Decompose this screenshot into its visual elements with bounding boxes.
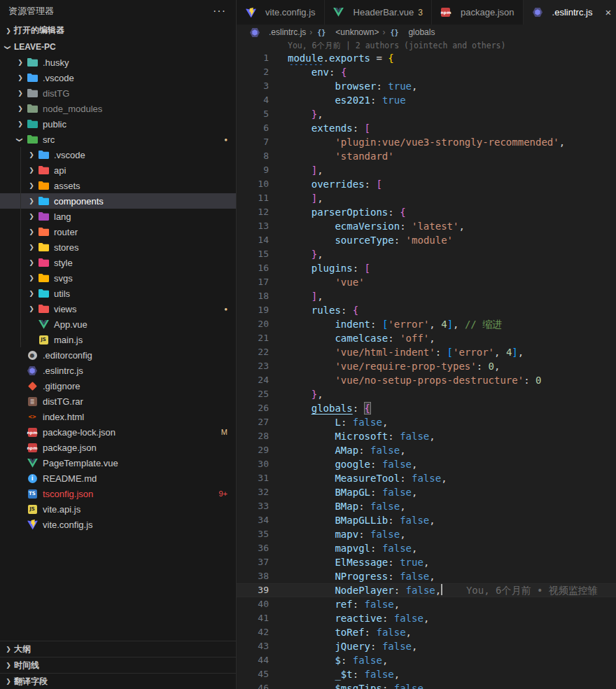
code-line[interactable]: 23 'vue/require-prop-types': 0, (237, 359, 616, 373)
code-line[interactable]: 45 _$t: false, (237, 667, 616, 681)
code-line[interactable]: 46 $msgTips: false, (237, 681, 616, 689)
breadcrumb-item-eslintrc-js[interactable]: .eslintrc.js (249, 27, 306, 38)
code-line[interactable]: 41 reactive: false, (237, 611, 616, 625)
tree-item-editorconfig[interactable]: ●.editorconfig (0, 347, 236, 363)
tab-headerbar-vue[interactable]: HeaderBar.vue3 (325, 0, 432, 25)
close-icon[interactable]: × (596, 6, 611, 18)
code-line[interactable]: 22 'vue/html-indent': ['error', 4], (237, 345, 616, 359)
tree-item-components[interactable]: ❯components (0, 193, 236, 209)
sidebar-panel-timeline[interactable]: ❯时间线 (0, 657, 236, 673)
tree-item-router[interactable]: ❯router (0, 224, 236, 239)
breadcrumb-item-unknown[interactable]: {}<unknown> (316, 27, 379, 38)
tree-item-lang[interactable]: ❯lang (0, 209, 236, 224)
tree-item-assets[interactable]: ❯assets (0, 178, 236, 193)
chevron-right-icon[interactable]: ❯ (14, 59, 27, 66)
tree-item-vite-api-js[interactable]: JSvite.api.js (0, 501, 236, 517)
chevron-right-icon[interactable]: ❯ (25, 274, 38, 281)
code-line[interactable]: 14 sourceType: 'module' (237, 233, 616, 247)
chevron-right-icon[interactable]: ❯ (25, 197, 38, 204)
chevron-down-icon[interactable]: ❯ (16, 134, 23, 146)
tree-item-tsconfig-json[interactable]: TStsconfig.json9+ (0, 486, 236, 501)
code-line[interactable]: 27 L: false, (237, 415, 616, 429)
code-line[interactable]: 32 BMapGL: false, (237, 485, 616, 499)
code-line[interactable]: 24 'vue/no-setup-props-destructure': 0 (237, 373, 616, 387)
code-line[interactable]: 26 globals: { (237, 401, 616, 415)
tree-item-vscode[interactable]: ❯.vscode (0, 70, 236, 85)
tab-vite-config-js[interactable]: vite.config.js (237, 0, 325, 25)
tree-item-index-html[interactable]: <>index.html (0, 409, 236, 424)
code-line[interactable]: 9 ], (237, 163, 616, 177)
chevron-right-icon[interactable]: ❯ (14, 105, 27, 112)
code-line[interactable]: 11 ], (237, 191, 616, 205)
code-line[interactable]: 29 AMap: false, (237, 443, 616, 457)
tree-item-package-json[interactable]: npmpackage.json (0, 440, 236, 455)
chevron-right-icon[interactable]: ❯ (3, 662, 14, 669)
tree-item-package-lock-json[interactable]: npmpackage-lock.jsonM (0, 424, 236, 440)
tree-item-node-modules[interactable]: ❯node_modules (0, 101, 236, 116)
code-line[interactable]: 10 overrides: [ (237, 177, 616, 191)
code-line[interactable]: 35 mapv: false, (237, 527, 616, 541)
chevron-right-icon[interactable]: ❯ (25, 151, 38, 158)
workspace-section[interactable]: ❯ LEAVE-PC (0, 39, 236, 55)
tree-item-src[interactable]: ❯src● (0, 132, 236, 147)
code-line[interactable]: 6 extends: [ (237, 121, 616, 135)
tree-item-app-vue[interactable]: App.vue (0, 316, 236, 332)
chevron-right-icon[interactable]: ❯ (25, 213, 38, 220)
tree-item-gitignore[interactable]: .gitignore (0, 378, 236, 394)
code-line[interactable]: 20 indent: ['error', 4], // 缩进 (237, 317, 616, 331)
code-line[interactable]: 17 'vue' (237, 275, 616, 289)
tree-item-views[interactable]: ❯views● (0, 301, 236, 316)
code-line[interactable]: 34 BMapGLLib: false, (237, 513, 616, 527)
chevron-right-icon[interactable]: ❯ (3, 646, 14, 653)
chevron-right-icon[interactable]: ❯ (25, 244, 38, 251)
tab-eslintrc-js[interactable]: .eslintrc.js× (524, 0, 616, 25)
code-line[interactable]: 2 env: { (237, 65, 616, 79)
tree-item-utils[interactable]: ❯utils (0, 286, 236, 301)
chevron-right-icon[interactable]: ❯ (14, 74, 27, 81)
tree-item-eslintrc-js[interactable]: .eslintrc.js (0, 363, 236, 378)
chevron-right-icon[interactable]: ❯ (25, 305, 38, 312)
code-line[interactable]: 5 }, (237, 107, 616, 121)
more-actions-icon[interactable]: ··· (213, 8, 226, 15)
code-line[interactable]: 38 NProgress: false, (237, 569, 616, 583)
code-line[interactable]: 40 ref: false, (237, 597, 616, 611)
chevron-right-icon[interactable]: ❯ (14, 90, 27, 97)
sidebar-panel-translate[interactable]: ❯翻译字段 (0, 673, 236, 689)
code-line[interactable]: 37 ElMessage: true, (237, 555, 616, 569)
tree-item-style[interactable]: ❯style (0, 255, 236, 270)
code-line[interactable]: 16 plugins: [ (237, 261, 616, 275)
tree-item-husky[interactable]: ❯.husky (0, 55, 236, 70)
chevron-right-icon[interactable]: ❯ (25, 182, 38, 189)
code-line[interactable]: 15 }, (237, 247, 616, 261)
code-line[interactable]: 7 'plugin:vue/vue3-strongly-recommended'… (237, 135, 616, 149)
tree-item-readme-md[interactable]: iREADME.md (0, 471, 236, 486)
chevron-right-icon[interactable]: ❯ (25, 259, 38, 266)
tree-item-main-js[interactable]: JSmain.js (0, 332, 236, 347)
tree-item-vscode[interactable]: ❯.vscode (0, 147, 236, 162)
code-line[interactable]: 21 camelcase: 'off', (237, 331, 616, 345)
code-line[interactable]: 4 es2021: true (237, 93, 616, 107)
chevron-right-icon[interactable]: ❯ (25, 290, 38, 297)
code-line[interactable]: 8 'standard' (237, 149, 616, 163)
chevron-right-icon[interactable]: ❯ (25, 228, 38, 235)
code-line[interactable]: 13 ecmaVersion: 'latest', (237, 219, 616, 233)
code-line[interactable]: 31 MeasureTool: false, (237, 471, 616, 485)
code-line[interactable]: 43 jQuery: false, (237, 639, 616, 653)
code-line[interactable]: 28 Microsoft: false, (237, 429, 616, 443)
sidebar-panel-outline[interactable]: ❯大纲 (0, 641, 236, 657)
chevron-down-icon[interactable]: ❯ (4, 41, 11, 53)
code-line[interactable]: 18 ], (237, 289, 616, 303)
tree-item-stores[interactable]: ❯stores (0, 239, 236, 255)
code-line[interactable]: 25 }, (237, 387, 616, 401)
tree-item-disttg-rar[interactable]: ≣distTG.rar (0, 394, 236, 409)
tree-item-vite-config-js[interactable]: vite.config.js (0, 517, 236, 532)
tree-item-disttg[interactable]: ❯distTG (0, 85, 236, 101)
chevron-right-icon[interactable]: ❯ (3, 678, 14, 685)
chevron-right-icon[interactable]: ❯ (3, 27, 14, 34)
tree-item-api[interactable]: ❯api (0, 162, 236, 178)
code-line[interactable]: 19 rules: { (237, 303, 616, 317)
chevron-right-icon[interactable]: ❯ (14, 120, 27, 127)
breadcrumb-item-globals[interactable]: {}globals (388, 27, 435, 38)
code-line[interactable]: 36 mapvgl: false, (237, 541, 616, 555)
open-editors-section[interactable]: ❯ 打开的编辑器 (0, 22, 236, 39)
